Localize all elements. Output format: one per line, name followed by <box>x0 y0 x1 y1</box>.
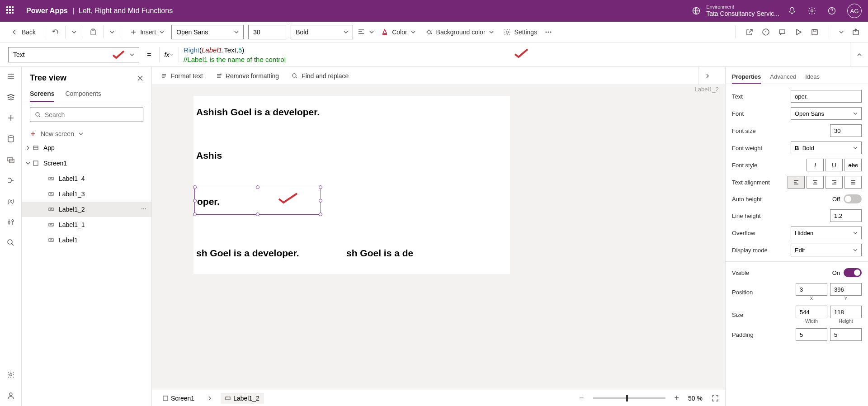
publish-icon[interactable] <box>852 28 860 36</box>
remove-format-button[interactable]: Remove formatting <box>216 72 279 80</box>
align-icon[interactable] <box>358 28 365 36</box>
prop-padding-top-input[interactable] <box>796 328 827 341</box>
data-icon[interactable] <box>7 135 15 143</box>
align-center-button[interactable] <box>807 176 824 189</box>
tree-item-screen1[interactable]: Screen1 <box>22 156 151 171</box>
prop-lineheight-input[interactable] <box>830 209 862 222</box>
settings-icon[interactable] <box>807 6 816 15</box>
align-justify-button[interactable] <box>844 176 862 189</box>
breadcrumb-screen[interactable]: Screen1 <box>158 393 199 404</box>
user-avatar[interactable]: AG <box>847 4 862 18</box>
canvas-label-5[interactable]: sh Goel is a de <box>346 248 413 259</box>
zoom-out-icon[interactable]: − <box>579 393 584 403</box>
align-left-button[interactable] <box>788 176 805 189</box>
strike-button[interactable]: abc <box>844 159 862 171</box>
variables-icon[interactable]: (x) <box>7 197 15 205</box>
breadcrumb-selected[interactable]: Label1_2 <box>221 393 264 404</box>
hamburger-icon[interactable] <box>7 72 15 80</box>
visible-toggle[interactable] <box>844 268 862 277</box>
insert-rail-icon[interactable] <box>7 114 15 122</box>
prop-displaymode-select[interactable]: Edit <box>791 244 862 256</box>
notifications-icon[interactable] <box>788 6 797 15</box>
settings-button[interactable]: Settings <box>501 27 540 38</box>
settings-rail-icon[interactable] <box>7 371 15 379</box>
fx-button[interactable]: fx <box>159 47 179 62</box>
italic-button[interactable]: I <box>807 159 824 171</box>
canvas-viewport[interactable]: Label1_2 Ashish Goel is a developer. Ash… <box>152 85 725 390</box>
bgcolor-button[interactable]: Background color <box>423 27 496 38</box>
align-right-button[interactable] <box>826 176 843 189</box>
font-dropdown[interactable]: Open Sans <box>171 25 244 39</box>
tree-item-label1-4[interactable]: Label1_4 <box>22 171 151 186</box>
fit-icon[interactable] <box>712 395 719 402</box>
waffle-icon[interactable] <box>6 6 15 15</box>
find-replace-button[interactable]: Find and replace <box>292 72 349 80</box>
media-icon[interactable] <box>7 156 15 164</box>
zoom-in-icon[interactable]: + <box>675 393 679 403</box>
prop-overflow-select[interactable]: Hidden <box>791 227 862 239</box>
canvas-label-1[interactable]: Ashish Goel is a developer. <box>196 107 320 118</box>
prop-fontweight-select[interactable]: B Bold <box>791 142 862 154</box>
insert-button[interactable]: Insert <box>127 27 167 38</box>
tree-item-label1[interactable]: Label1 <box>22 232 151 248</box>
tree-search-input[interactable] <box>45 111 138 118</box>
property-selector[interactable]: Text <box>8 47 139 62</box>
prop-y-input[interactable] <box>830 283 862 296</box>
appchecker-icon[interactable] <box>762 28 770 36</box>
underline-button[interactable]: U <box>826 159 843 171</box>
canvas-collapse-icon[interactable] <box>698 67 716 85</box>
autoheight-toggle[interactable] <box>844 194 862 203</box>
save-icon[interactable] <box>811 28 819 36</box>
fontweight-dropdown[interactable]: Bold <box>291 25 353 39</box>
back-button[interactable]: Back <box>8 27 38 38</box>
fontsize-input[interactable]: 30 <box>248 25 286 39</box>
canvas-screen[interactable]: Ashish Goel is a developer. Ashis oper. … <box>193 96 510 274</box>
tree-item-more-icon[interactable] <box>141 206 147 213</box>
tree-item-app[interactable]: App <box>22 140 151 156</box>
prop-font-select[interactable]: Open Sans <box>791 107 862 120</box>
prop-height-input[interactable] <box>830 306 862 318</box>
tools-icon[interactable] <box>7 218 15 226</box>
paste-dropdown-icon[interactable] <box>110 30 114 34</box>
search-rail-icon[interactable] <box>7 239 15 247</box>
undo-dropdown-icon[interactable] <box>72 30 76 34</box>
close-panel-icon[interactable] <box>137 75 143 81</box>
prop-x-input[interactable] <box>796 283 827 296</box>
format-text-button[interactable]: Format text <box>161 72 203 80</box>
more-icon[interactable] <box>544 28 552 36</box>
tree-search[interactable] <box>30 108 143 122</box>
new-screen-button[interactable]: New screen <box>22 127 151 140</box>
tree-item-label1-3[interactable]: Label1_3 <box>22 186 151 202</box>
environment-picker[interactable]: Environment Tata Consultancy Servic... <box>692 4 779 18</box>
svg-rect-13 <box>813 29 816 31</box>
tree-item-label1-2[interactable]: Label1_2 <box>22 202 151 217</box>
expand-formula-icon[interactable] <box>850 42 868 67</box>
align-dropdown-icon[interactable] <box>369 30 374 34</box>
prop-width-input[interactable] <box>796 306 827 318</box>
canvas-label-2[interactable]: Ashis <box>196 150 222 161</box>
tree-item-label1-1[interactable]: Label1_1 <box>22 217 151 232</box>
comments-icon[interactable] <box>778 28 786 36</box>
help-icon[interactable] <box>827 6 836 15</box>
zoom-slider[interactable] <box>593 397 665 399</box>
paste-icon[interactable] <box>90 28 97 36</box>
tab-ideas[interactable]: Ideas <box>805 71 820 84</box>
prop-fontsize-input[interactable] <box>830 124 862 137</box>
flow-icon[interactable] <box>7 176 15 184</box>
save-dropdown-icon[interactable] <box>839 30 844 34</box>
undo-icon[interactable] <box>52 28 59 36</box>
tab-components[interactable]: Components <box>65 86 101 102</box>
tab-screens[interactable]: Screens <box>30 86 54 102</box>
play-icon[interactable] <box>794 28 802 36</box>
share-icon[interactable] <box>745 28 754 36</box>
treeview-icon[interactable] <box>7 93 15 101</box>
formula-input[interactable]: Right(Label1.Text,5) //Label1 is the nam… <box>179 42 850 67</box>
tab-properties[interactable]: Properties <box>732 71 761 84</box>
canvas-label-4[interactable]: sh Goel is a developer. <box>196 248 299 259</box>
canvas-label-3[interactable]: oper. <box>197 196 220 207</box>
prop-text-input[interactable] <box>791 90 862 103</box>
virtualagent-icon[interactable] <box>7 392 15 400</box>
color-button[interactable]: Color <box>378 27 418 38</box>
prop-padding-bottom-input[interactable] <box>830 328 862 341</box>
tab-advanced[interactable]: Advanced <box>770 71 796 84</box>
